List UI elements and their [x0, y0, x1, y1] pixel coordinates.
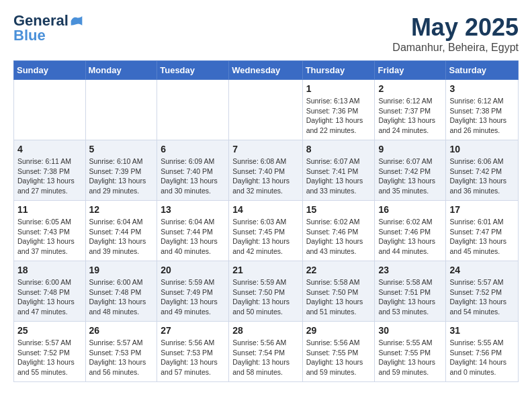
day-info: Sunrise: 6:02 AM Sunset: 7:46 PM Dayligh… — [306, 217, 371, 257]
calendar-week-row: 25Sunrise: 5:57 AM Sunset: 7:52 PM Dayli… — [14, 322, 519, 382]
calendar-day-cell: 17Sunrise: 6:01 AM Sunset: 7:47 PM Dayli… — [446, 201, 519, 261]
day-info: Sunrise: 5:56 AM Sunset: 7:55 PM Dayligh… — [306, 338, 371, 377]
day-number: 26 — [89, 325, 154, 336]
calendar-day-cell: 5Sunrise: 6:10 AM Sunset: 7:39 PM Daylig… — [85, 140, 157, 201]
calendar-day-cell: 14Sunrise: 6:03 AM Sunset: 7:45 PM Dayli… — [229, 201, 302, 261]
calendar-day-cell: 13Sunrise: 6:04 AM Sunset: 7:44 PM Dayli… — [157, 201, 229, 261]
day-number: 23 — [378, 265, 442, 275]
day-info: Sunrise: 5:58 AM Sunset: 7:50 PM Dayligh… — [306, 277, 371, 317]
day-number: 12 — [89, 204, 154, 215]
calendar-day-cell: 30Sunrise: 5:55 AM Sunset: 7:55 PM Dayli… — [375, 322, 446, 382]
calendar-day-cell: 25Sunrise: 5:57 AM Sunset: 7:52 PM Dayli… — [14, 322, 86, 382]
calendar-day-cell: 6Sunrise: 6:09 AM Sunset: 7:40 PM Daylig… — [157, 140, 229, 201]
day-info: Sunrise: 6:09 AM Sunset: 7:40 PM Dayligh… — [161, 156, 225, 196]
calendar-day-cell: 16Sunrise: 6:02 AM Sunset: 7:46 PM Dayli… — [375, 201, 446, 261]
day-info: Sunrise: 6:08 AM Sunset: 7:40 PM Dayligh… — [232, 156, 298, 196]
day-info: Sunrise: 6:00 AM Sunset: 7:48 PM Dayligh… — [17, 277, 82, 317]
day-info: Sunrise: 6:03 AM Sunset: 7:45 PM Dayligh… — [232, 217, 298, 257]
calendar-week-row: 18Sunrise: 6:00 AM Sunset: 7:48 PM Dayli… — [14, 261, 519, 322]
day-info: Sunrise: 6:05 AM Sunset: 7:43 PM Dayligh… — [17, 217, 82, 257]
day-info: Sunrise: 6:02 AM Sunset: 7:46 PM Dayligh… — [378, 217, 442, 257]
calendar-day-cell: 29Sunrise: 5:56 AM Sunset: 7:55 PM Dayli… — [302, 322, 375, 382]
calendar-day-cell: 2Sunrise: 6:12 AM Sunset: 7:37 PM Daylig… — [375, 80, 446, 140]
weekday-header: Wednesday — [229, 61, 302, 80]
calendar-day-cell: 12Sunrise: 6:04 AM Sunset: 7:44 PM Dayli… — [85, 201, 157, 261]
day-number: 3 — [449, 83, 515, 94]
weekday-header: Friday — [375, 61, 446, 80]
calendar-week-row: 4Sunrise: 6:11 AM Sunset: 7:38 PM Daylig… — [14, 140, 519, 201]
day-info: Sunrise: 6:00 AM Sunset: 7:48 PM Dayligh… — [89, 277, 154, 317]
calendar-day-cell: 3Sunrise: 6:12 AM Sunset: 7:38 PM Daylig… — [446, 80, 519, 140]
calendar-day-cell: 20Sunrise: 5:59 AM Sunset: 7:49 PM Dayli… — [157, 261, 229, 322]
day-info: Sunrise: 6:11 AM Sunset: 7:38 PM Dayligh… — [17, 156, 82, 196]
empty-cell — [157, 80, 229, 140]
day-info: Sunrise: 6:01 AM Sunset: 7:47 PM Dayligh… — [449, 217, 515, 257]
calendar-day-cell: 18Sunrise: 6:00 AM Sunset: 7:48 PM Dayli… — [14, 261, 86, 322]
day-info: Sunrise: 5:58 AM Sunset: 7:51 PM Dayligh… — [378, 277, 442, 317]
day-number: 4 — [17, 144, 82, 154]
day-number: 13 — [161, 204, 225, 215]
empty-cell — [14, 80, 86, 140]
day-number: 2 — [378, 83, 442, 94]
calendar-day-cell: 9Sunrise: 6:07 AM Sunset: 7:42 PM Daylig… — [375, 140, 446, 201]
day-info: Sunrise: 6:07 AM Sunset: 7:42 PM Dayligh… — [378, 156, 442, 196]
day-info: Sunrise: 6:13 AM Sunset: 7:36 PM Dayligh… — [306, 96, 371, 136]
day-number: 11 — [17, 204, 82, 215]
day-info: Sunrise: 5:59 AM Sunset: 7:49 PM Dayligh… — [161, 277, 225, 317]
calendar-week-row: 1Sunrise: 6:13 AM Sunset: 7:36 PM Daylig… — [14, 80, 519, 140]
day-info: Sunrise: 6:12 AM Sunset: 7:38 PM Dayligh… — [449, 96, 515, 136]
day-number: 24 — [449, 265, 515, 275]
day-info: Sunrise: 6:07 AM Sunset: 7:41 PM Dayligh… — [306, 156, 371, 196]
day-info: Sunrise: 5:56 AM Sunset: 7:53 PM Dayligh… — [161, 338, 225, 377]
weekday-header: Saturday — [446, 61, 519, 80]
day-number: 20 — [161, 265, 225, 275]
calendar-week-row: 11Sunrise: 6:05 AM Sunset: 7:43 PM Dayli… — [14, 201, 519, 261]
logo-icon — [70, 14, 83, 28]
weekday-header: Thursday — [302, 61, 375, 80]
logo-text-blue: Blue — [13, 27, 46, 44]
calendar-day-cell: 10Sunrise: 6:06 AM Sunset: 7:42 PM Dayli… — [446, 140, 519, 201]
day-info: Sunrise: 5:55 AM Sunset: 7:56 PM Dayligh… — [449, 338, 515, 377]
day-number: 14 — [232, 204, 298, 215]
day-number: 21 — [232, 265, 298, 275]
calendar-day-cell: 28Sunrise: 5:56 AM Sunset: 7:54 PM Dayli… — [229, 322, 302, 382]
weekday-header: Monday — [85, 61, 157, 80]
calendar-day-cell: 22Sunrise: 5:58 AM Sunset: 7:50 PM Dayli… — [302, 261, 375, 322]
weekday-header: Sunday — [14, 61, 86, 80]
day-info: Sunrise: 6:10 AM Sunset: 7:39 PM Dayligh… — [89, 156, 154, 196]
day-number: 6 — [161, 144, 225, 154]
day-info: Sunrise: 6:04 AM Sunset: 7:44 PM Dayligh… — [161, 217, 225, 257]
day-number: 10 — [449, 144, 515, 154]
day-number: 8 — [306, 144, 371, 154]
calendar-day-cell: 8Sunrise: 6:07 AM Sunset: 7:41 PM Daylig… — [302, 140, 375, 201]
day-number: 19 — [89, 265, 154, 275]
empty-cell — [229, 80, 302, 140]
day-number: 15 — [306, 204, 371, 215]
location: Damanhur, Beheira, Egypt — [392, 42, 519, 54]
day-number: 17 — [449, 204, 515, 215]
weekday-header-row: SundayMondayTuesdayWednesdayThursdayFrid… — [14, 61, 519, 80]
month-title: May 2025 — [392, 13, 519, 42]
day-info: Sunrise: 5:59 AM Sunset: 7:50 PM Dayligh… — [232, 277, 298, 317]
calendar-table: SundayMondayTuesdayWednesdayThursdayFrid… — [13, 60, 519, 382]
page-header: General Blue May 2025 Damanhur, Beheira,… — [13, 13, 519, 54]
calendar-day-cell: 31Sunrise: 5:55 AM Sunset: 7:56 PM Dayli… — [446, 322, 519, 382]
day-info: Sunrise: 5:57 AM Sunset: 7:52 PM Dayligh… — [449, 277, 515, 317]
day-number: 1 — [306, 83, 371, 94]
calendar-day-cell: 1Sunrise: 6:13 AM Sunset: 7:36 PM Daylig… — [302, 80, 375, 140]
day-number: 29 — [306, 325, 371, 336]
day-number: 30 — [378, 325, 442, 336]
day-number: 25 — [17, 325, 82, 336]
title-section: May 2025 Damanhur, Beheira, Egypt — [392, 13, 519, 54]
calendar-day-cell: 24Sunrise: 5:57 AM Sunset: 7:52 PM Dayli… — [446, 261, 519, 322]
day-number: 28 — [232, 325, 298, 336]
weekday-header: Tuesday — [157, 61, 229, 80]
day-info: Sunrise: 5:57 AM Sunset: 7:53 PM Dayligh… — [89, 338, 154, 377]
day-number: 16 — [378, 204, 442, 215]
day-number: 22 — [306, 265, 371, 275]
day-number: 27 — [161, 325, 225, 336]
day-number: 7 — [232, 144, 298, 154]
logo: General Blue — [13, 13, 83, 43]
day-number: 18 — [17, 265, 82, 275]
day-info: Sunrise: 5:55 AM Sunset: 7:55 PM Dayligh… — [378, 338, 442, 377]
